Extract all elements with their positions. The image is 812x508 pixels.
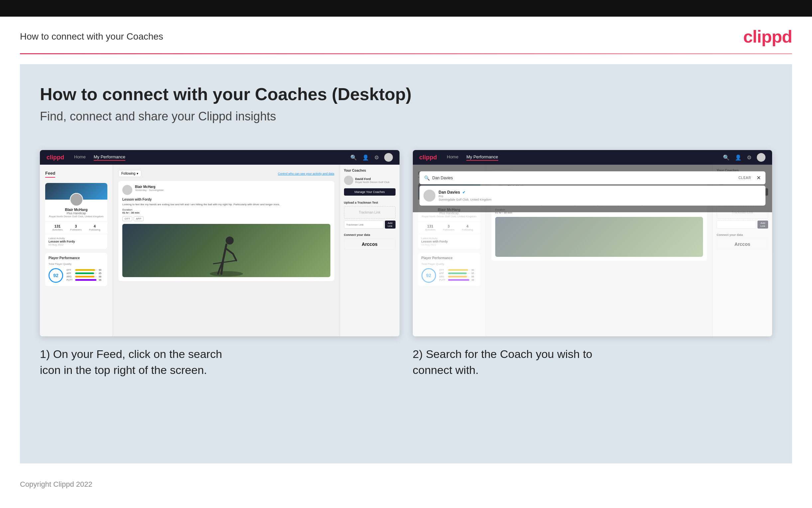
app-nav-icons: 🔍 👤 ⚙ <box>350 153 393 162</box>
step2-description: 2) Search for the Coach you wish to conn… <box>413 346 772 378</box>
perf-val-putt: 96 <box>99 279 104 281</box>
search-query[interactable]: Dan Davies <box>432 176 736 180</box>
step1-container: clippd Home My Performance 🔍 👤 ⚙ <box>40 150 399 378</box>
perf-fill-arg <box>75 276 94 278</box>
app-screenshot-1: clippd Home My Performance 🔍 👤 ⚙ <box>40 150 399 336</box>
profile-handicap: Plus Handicap <box>49 212 104 215</box>
main-content: How to connect with your Coaches (Deskto… <box>20 64 792 463</box>
search-icon[interactable]: 🔍 <box>350 154 357 161</box>
svg-point-1 <box>226 237 234 245</box>
perf-track-app-2 <box>448 272 470 274</box>
perf-fill-putt-2 <box>448 279 469 281</box>
perf-track-arg <box>75 276 97 278</box>
perf-track-ott-2 <box>448 269 470 271</box>
settings-icon[interactable]: ⚙ <box>374 154 379 161</box>
feed-tab[interactable]: Feed <box>45 171 55 178</box>
perf-val-arg: 86 <box>99 276 104 278</box>
post-title: Lesson with Fordy <box>122 198 330 201</box>
profile-avatar <box>70 193 83 206</box>
trackman-input[interactable] <box>344 220 384 228</box>
arccos-logo-2: Arccos <box>717 239 768 250</box>
app-nav-2: clippd Home My Performance 🔍 👤 ⚙ <box>413 150 772 165</box>
avatar[interactable] <box>384 153 393 162</box>
trackman-input-row-2: Add Link <box>717 220 768 228</box>
stat-following-2: 4 Following <box>462 224 473 231</box>
app-screenshot-2: clippd Home My Performance 🔍 👤 ⚙ <box>413 150 772 336</box>
profile-club: Royal North Devon Golf Club, United King… <box>49 215 104 218</box>
perf-label-ott: OTT <box>66 269 74 271</box>
post-author-info: Blair McHarg Yesterday · Sunningdale <box>135 185 163 192</box>
post-image-2 <box>495 217 703 257</box>
stat-activities: 131 Activities <box>52 224 63 231</box>
step1-description: 1) On your Feed, click on the search ico… <box>40 346 399 378</box>
coach-item-1: David Ford Royal North Devon Golf Club <box>344 176 395 185</box>
tag-ott: OTT <box>122 216 132 221</box>
nav-link-performance[interactable]: My Performance <box>94 154 125 161</box>
verified-icon: ✔ <box>462 190 465 194</box>
add-link-button-2: Add Link <box>758 220 768 228</box>
nav-link-home-2[interactable]: Home <box>447 154 459 161</box>
post-avatar <box>122 185 132 195</box>
nav-link-performance-2[interactable]: My Performance <box>466 154 498 161</box>
result-info: Dan Davies ✔ Pro Sunningdale Golf Club, … <box>439 190 491 201</box>
result-club: Sunningdale Golf Club, United Kingdom <box>439 198 491 201</box>
coach-club-1: Royal North Devon Golf Club <box>355 181 389 184</box>
search-icon-2[interactable]: 🔍 <box>723 154 729 161</box>
app-logo-2: clippd <box>420 154 437 161</box>
stat-followers-2: 3 Followers <box>443 224 455 231</box>
post-text: Looking to feel like my hands are exitin… <box>122 203 330 206</box>
manage-coaches-button[interactable]: Manage Your Coaches <box>344 188 395 196</box>
post-image <box>122 224 330 277</box>
perf-title: Player Performance <box>49 256 104 260</box>
perf-subtitle-2: Total Player Quality <box>422 262 477 265</box>
coach-avatar-1 <box>344 176 353 185</box>
clear-button[interactable]: CLEAR <box>738 176 751 180</box>
svg-line-2 <box>213 260 236 264</box>
avatar-2[interactable] <box>757 153 765 162</box>
perf-label-app: APP <box>66 272 74 274</box>
search-result[interactable]: Dan Davies ✔ Pro Sunningdale Golf Club, … <box>420 186 766 206</box>
app-body-1: Feed Blair McHarg Plus Handicap Royal No… <box>40 165 399 336</box>
result-name: Dan Davies ✔ <box>439 190 491 195</box>
score-circle: 92 <box>49 268 63 283</box>
perf-title-2: Player Performance <box>422 256 477 260</box>
close-search-button[interactable]: ✕ <box>757 175 761 181</box>
control-link[interactable]: Control who can see your activity and da… <box>278 172 334 175</box>
trackman-placeholder: Trackman Link <box>344 206 395 219</box>
add-link-button[interactable]: Add Link <box>385 220 395 228</box>
latest-value: Lesson with Fordy <box>49 240 104 243</box>
search-overlay: 🔍 Dan Davies CLEAR ✕ Dan Davies ✔ Pro <box>413 165 772 212</box>
perf-label-putt-2: PUTT <box>439 279 447 281</box>
profile-banner <box>45 183 107 200</box>
app-nav-links-2: Home My Performance <box>447 154 498 161</box>
perf-subtitle: Total Player Quality <box>49 262 104 265</box>
stat-followers-value-2: 3 <box>443 224 455 228</box>
connect-title-2: Connect your data <box>717 233 768 237</box>
stat-following-label-2: Following <box>462 228 473 231</box>
nav-link-home[interactable]: Home <box>74 154 86 161</box>
screenshots-row: clippd Home My Performance 🔍 👤 ⚙ <box>40 150 772 378</box>
latest-date: 03 Aug 2022 <box>49 243 104 246</box>
perf-track-putt <box>75 279 97 281</box>
perf-track-ott <box>75 269 97 271</box>
perf-bar-arg: ARG 86 <box>66 276 104 278</box>
stat-activities-value: 131 <box>52 224 63 228</box>
arccos-logo: Arccos <box>344 239 395 250</box>
profile-stats: 131 Activities 3 Followers 4 Following <box>45 221 107 234</box>
step2-container: clippd Home My Performance 🔍 👤 ⚙ <box>413 150 772 378</box>
post-header: Blair McHarg Yesterday · Sunningdale <box>122 185 330 195</box>
profile-club-2: Royal North Devon Golf Club, United King… <box>422 215 477 218</box>
person-icon-2[interactable]: 👤 <box>735 154 742 161</box>
following-label: Following <box>121 172 135 175</box>
post-duration: Duration 01 hr : 30 min <box>122 208 330 214</box>
perf-bar-putt: PUTT 96 <box>66 279 104 281</box>
svg-point-0 <box>210 271 243 277</box>
perf-bar-app-2: APP 85 <box>439 272 477 274</box>
settings-icon-2[interactable]: ⚙ <box>747 154 752 161</box>
person-icon[interactable]: 👤 <box>362 154 369 161</box>
latest-date-2: 03 Aug 2022 <box>422 243 477 246</box>
stat-followers-label-2: Followers <box>443 228 455 231</box>
stat-activities-label: Activities <box>52 228 63 231</box>
following-btn[interactable]: Following ▾ <box>118 170 141 177</box>
stat-activities-value-2: 131 <box>425 224 436 228</box>
